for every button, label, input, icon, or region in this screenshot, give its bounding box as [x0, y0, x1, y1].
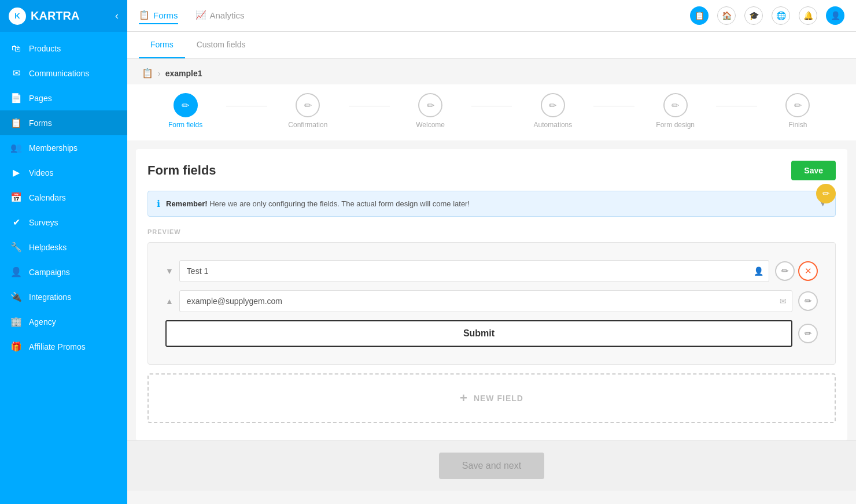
campaigns-icon: 👤: [10, 266, 22, 277]
tab-forms[interactable]: Forms: [139, 32, 185, 58]
field-1-edit-button[interactable]: ✏: [775, 261, 795, 281]
wizard-step-welcome[interactable]: ✏ Welcome: [390, 93, 471, 129]
forms-icon: 📋: [10, 117, 22, 128]
form-section-title: Form fields: [147, 163, 216, 178]
field-2-input[interactable]: [179, 290, 792, 312]
wizard-step-confirmation[interactable]: ✏ Confirmation: [267, 93, 349, 129]
memberships-icon: 👥: [10, 142, 22, 153]
wizard-step-label-finish: Finish: [788, 121, 807, 129]
wizard-step-form-fields[interactable]: ✏ Form fields: [145, 93, 226, 129]
agency-icon: 🏢: [10, 316, 22, 327]
affiliate-icon: 🎁: [10, 341, 22, 352]
logo-icon: K: [9, 8, 26, 25]
field-2-expand-icon[interactable]: ▲: [165, 297, 174, 306]
breadcrumb-icon: 📋: [142, 68, 153, 79]
field-2-email-icon: ✉: [780, 297, 787, 306]
breadcrumb-current: example1: [165, 69, 202, 78]
top-navigation: 📋 Forms 📈 Analytics 📋 🏠 🎓 🌐 🔔 👤: [127, 0, 856, 32]
wizard-step-form-design[interactable]: ✏ Form design: [634, 93, 716, 129]
sidebar-item-label: Forms: [29, 118, 52, 128]
page-content: Forms Custom fields 📋 › example1 ✏ Form …: [127, 32, 856, 504]
sidebar-item-label: Helpdesks: [29, 243, 67, 252]
submit-edit-button[interactable]: ✏: [798, 324, 818, 343]
field-2-edit-button[interactable]: ✏: [798, 291, 818, 311]
topnav-globe-icon[interactable]: 🌐: [772, 6, 790, 25]
wizard-step-label-welcome: Welcome: [416, 121, 445, 129]
topnav-analytics-label: Analytics: [210, 10, 245, 20]
info-text: Remember! Here we are only configuring t…: [166, 199, 470, 208]
sidebar-item-surveys[interactable]: ✔ Surveys: [0, 210, 127, 235]
sub-tab-bar: Forms Custom fields: [127, 32, 856, 59]
save-button[interactable]: Save: [791, 161, 836, 180]
sidebar-item-integrations[interactable]: 🔌 Integrations: [0, 284, 127, 309]
form-field-row-2: ▲ ✉ ✏: [165, 290, 818, 312]
topnav-forms-button[interactable]: 📋: [690, 6, 709, 25]
wizard-step-label-confirmation: Confirmation: [288, 121, 327, 129]
sidebar-item-videos[interactable]: ▶ Videos: [0, 160, 127, 185]
integrations-icon: 🔌: [10, 291, 22, 302]
topnav-store-icon[interactable]: 🏠: [717, 6, 736, 25]
sidebar-item-campaigns[interactable]: 👤 Campaigns: [0, 260, 127, 284]
wizard-connector-2: [349, 106, 390, 106]
edit-icon-yellow[interactable]: ✏: [816, 184, 836, 203]
wizard-connector-4: [593, 106, 634, 106]
wizard-step-automations[interactable]: ✏ Automations: [512, 93, 593, 129]
topnav-analytics[interactable]: 📈 Analytics: [195, 7, 245, 24]
sidebar-item-forms[interactable]: 📋 Forms: [0, 110, 127, 135]
sidebar-item-label: Affiliate Promos: [29, 342, 86, 351]
sidebar-navigation: 🛍 Products ✉ Communications 📄 Pages 📋 Fo…: [0, 32, 127, 364]
tab-custom-fields[interactable]: Custom fields: [185, 32, 257, 58]
save-and-next-button[interactable]: Save and next: [439, 453, 544, 479]
wizard-step-circle-confirmation: ✏: [296, 93, 320, 117]
field-1-delete-button[interactable]: ✕: [798, 261, 818, 281]
topnav-bell-icon[interactable]: 🔔: [799, 6, 817, 25]
field-1-person-icon: 👤: [754, 266, 763, 276]
info-icon: ℹ: [157, 198, 160, 209]
sidebar-item-communications[interactable]: ✉ Communications: [0, 61, 127, 86]
form-field-row-1: ▼ 👤 ✏ ✕: [165, 260, 818, 282]
wizard-step-circle-finish: ✏: [785, 93, 810, 117]
bottom-bar: Save and next: [127, 440, 856, 491]
submit-button-preview[interactable]: Submit: [165, 320, 792, 347]
pages-icon: 📄: [10, 92, 22, 103]
wizard-step-circle-automations: ✏: [541, 93, 565, 117]
sidebar-item-agency[interactable]: 🏢 Agency: [0, 309, 127, 334]
sidebar-item-products[interactable]: 🛍 Products: [0, 36, 127, 61]
preview-label: PREVIEW: [147, 228, 836, 235]
topnav-analytics-icon: 📈: [195, 10, 206, 20]
wizard-step-circle-form-design: ✏: [663, 93, 688, 117]
wizard-step-finish[interactable]: ✏ Finish: [757, 93, 839, 129]
breadcrumb-separator: ›: [158, 69, 161, 78]
videos-icon: ▶: [10, 167, 22, 178]
field-1-collapse-icon[interactable]: ▼: [165, 266, 174, 276]
topnav-forms[interactable]: 📋 Forms: [139, 7, 178, 24]
sidebar-item-label: Agency: [29, 317, 56, 327]
submit-actions: ✏: [798, 324, 818, 343]
form-fields-section: Form fields Save ✏ ℹ Remember! Here we a…: [136, 149, 847, 440]
sidebar-item-helpdesks[interactable]: 🔧 Helpdesks: [0, 235, 127, 260]
field-1-input-wrap: 👤: [179, 260, 769, 282]
topnav-user-icon[interactable]: 👤: [826, 6, 844, 25]
sidebar-item-calendars[interactable]: 📅 Calendars: [0, 185, 127, 210]
sidebar-item-memberships[interactable]: 👥 Memberships: [0, 135, 127, 160]
wizard-step-circle-welcome: ✏: [418, 93, 442, 117]
sidebar-toggle[interactable]: ‹: [115, 10, 119, 22]
wizard-step-circle-form-fields: ✏: [174, 93, 198, 117]
new-field-plus-icon: +: [460, 391, 468, 406]
sidebar-item-label: Pages: [29, 94, 52, 103]
sidebar-item-label: Surveys: [29, 218, 58, 227]
sidebar-item-label: Integrations: [29, 292, 71, 302]
sidebar-item-label: Calendars: [29, 193, 66, 202]
topnav-academy-icon[interactable]: 🎓: [744, 6, 763, 25]
wizard-step-label-automations: Automations: [534, 121, 573, 129]
communications-icon: ✉: [10, 68, 22, 79]
topnav-forms-label: Forms: [153, 10, 178, 20]
new-field-button[interactable]: + NEW FIELD: [147, 373, 836, 423]
sidebar-item-label: Videos: [29, 168, 54, 177]
info-banner: ℹ Remember! Here we are only configuring…: [147, 191, 836, 217]
sidebar-item-affiliate-promos[interactable]: 🎁 Affiliate Promos: [0, 334, 127, 359]
submit-row: Submit ✏: [165, 320, 818, 347]
sidebar-item-pages[interactable]: 📄 Pages: [0, 86, 127, 110]
wizard-step-label-form-design: Form design: [656, 121, 695, 129]
field-1-input[interactable]: [179, 260, 769, 282]
